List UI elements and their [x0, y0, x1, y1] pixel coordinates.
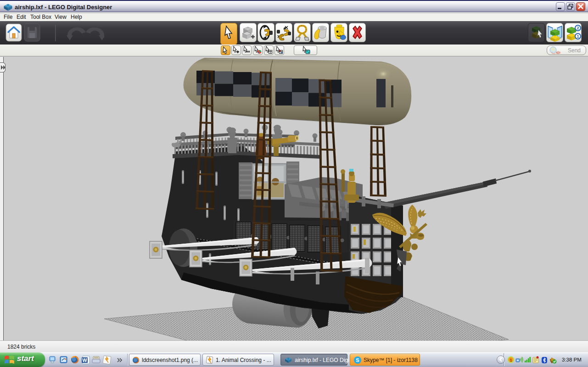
svg-text:1: 1: [510, 358, 512, 362]
svg-text:1: 1: [577, 34, 579, 39]
svg-text:2: 2: [577, 26, 579, 30]
svg-text:S: S: [356, 357, 359, 363]
svg-text:W: W: [82, 357, 87, 363]
svg-text:Send: Send: [568, 47, 581, 54]
